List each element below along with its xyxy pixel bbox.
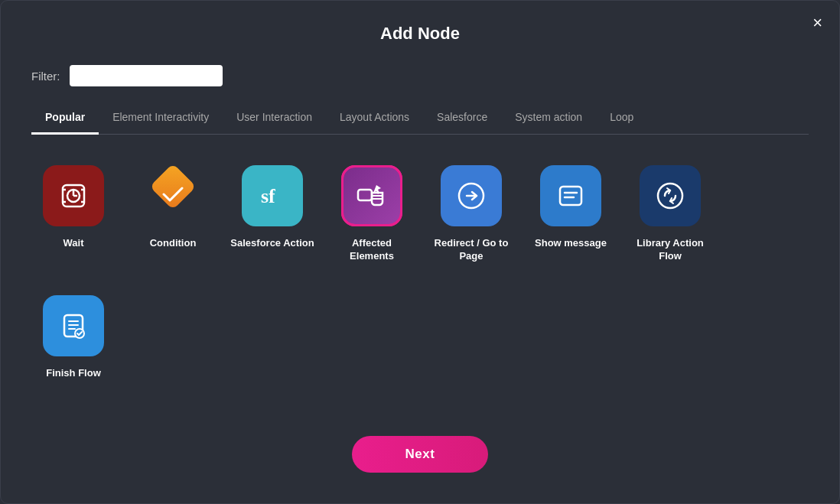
affected-icon-wrapper [341, 165, 402, 226]
salesforce-icon-wrapper: sf [242, 165, 303, 226]
add-node-modal: Add Node × Filter: Popular Element Inter… [0, 0, 840, 504]
node-condition[interactable]: Condition [131, 165, 215, 280]
filter-input[interactable] [70, 65, 223, 86]
wait-label: Wait [63, 237, 84, 250]
tab-popular[interactable]: Popular [31, 105, 99, 135]
library-label: Library Action Flow [628, 237, 712, 263]
tabs-container: Popular Element Interactivity User Inter… [31, 105, 809, 135]
svg-point-17 [658, 184, 682, 208]
filter-label: Filter: [31, 70, 60, 83]
node-library-action-flow[interactable]: Library Action Flow [628, 165, 712, 280]
tab-system-action[interactable]: System action [501, 105, 596, 135]
tab-layout-actions[interactable]: Layout Actions [326, 105, 423, 135]
condition-icon-wrapper [142, 165, 203, 226]
wait-icon [57, 179, 90, 213]
wait-icon-wrapper [43, 165, 104, 226]
node-salesforce-action[interactable]: sf Salesforce Action [230, 165, 314, 280]
redirect-icon [453, 177, 490, 214]
tab-salesforce[interactable]: Salesforce [423, 105, 501, 135]
show-message-icon-wrapper [540, 165, 601, 226]
show-message-icon [552, 177, 589, 214]
modal-header: Add Node [31, 24, 809, 44]
node-redirect[interactable]: Redirect / Go to Page [429, 165, 513, 280]
finish-flow-label: Finish Flow [46, 367, 101, 380]
finish-icon-wrapper [43, 295, 104, 356]
tab-element-interactivity[interactable]: Element Interactivity [99, 105, 223, 135]
close-button[interactable]: × [812, 15, 822, 31]
affected-elements-label: Affected Elements [330, 237, 414, 263]
salesforce-label: Salesforce Action [230, 237, 314, 250]
nodes-grid: Wait Condition [31, 158, 809, 405]
condition-label: Condition [150, 237, 197, 250]
library-icon-wrapper [640, 165, 701, 226]
finish-icon [55, 307, 92, 344]
redirect-icon-wrapper [441, 165, 502, 226]
filter-row: Filter: [31, 65, 809, 86]
node-show-message[interactable]: Show message [529, 165, 613, 280]
library-icon [652, 177, 689, 214]
affected-icon [353, 177, 390, 214]
condition-icon [142, 165, 203, 226]
redirect-label: Redirect / Go to Page [429, 237, 513, 263]
svg-rect-8 [150, 165, 197, 210]
modal-footer: Next [31, 436, 809, 473]
modal-title: Add Node [380, 24, 460, 43]
node-wait[interactable]: Wait [31, 165, 116, 280]
svg-text:sf: sf [261, 185, 275, 207]
tab-loop[interactable]: Loop [596, 105, 647, 135]
svg-rect-14 [560, 187, 581, 205]
node-finish-flow[interactable]: Finish Flow [31, 295, 116, 398]
salesforce-icon: sf [255, 178, 290, 213]
svg-rect-10 [358, 190, 372, 200]
node-affected-elements[interactable]: Affected Elements [330, 165, 414, 280]
show-message-label: Show message [535, 237, 607, 250]
tab-user-interaction[interactable]: User Interaction [223, 105, 326, 135]
next-button[interactable]: Next [352, 436, 489, 473]
